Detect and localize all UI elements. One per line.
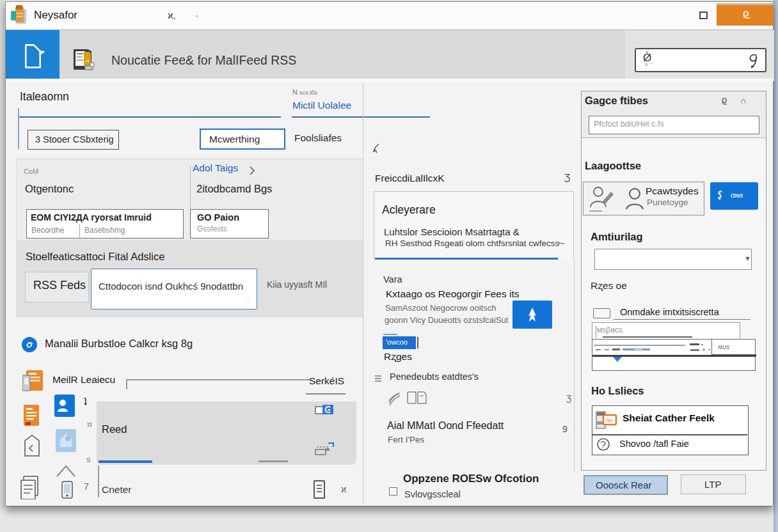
svg-text:nu: nu xyxy=(606,417,612,423)
